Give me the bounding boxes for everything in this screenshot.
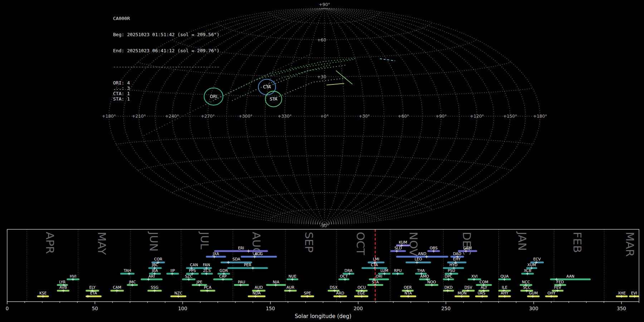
session-begin: Beg: 20251023 01:51:42 (sol = 209.56°) xyxy=(113,32,219,37)
shower-label-ETA: ETA xyxy=(90,291,97,295)
shower-label-LMI: LMI xyxy=(373,257,379,261)
shower-peak-marker xyxy=(343,278,346,281)
shower-label-DPC: DPC xyxy=(445,274,453,278)
shower-label-PAU: PAU xyxy=(238,280,245,284)
shower-label-NIA: NIA xyxy=(273,280,279,284)
month-label-jun: JUN xyxy=(147,231,160,252)
equator-longitude-label: +330° xyxy=(278,114,292,119)
shower-label-EHY: EHY xyxy=(453,257,461,261)
shower-label-OCU: OCU xyxy=(357,285,366,289)
meridian-line xyxy=(208,8,325,224)
shower-peak-marker xyxy=(306,295,309,298)
shower-peak-marker xyxy=(116,289,118,292)
equator-longitude-label: +180° xyxy=(102,114,116,119)
x-axis xyxy=(7,302,639,304)
shower-label-LUM: LUM xyxy=(380,268,388,273)
shower-label-ECV: ECV xyxy=(533,257,541,261)
equator-longitude-label: +150° xyxy=(503,114,517,119)
shower-label-KUM: KUM xyxy=(399,240,407,244)
shower-peak-marker xyxy=(227,261,230,264)
shower-label-LYR: LYR xyxy=(59,280,65,284)
shower-label-AUD: AUD xyxy=(255,285,263,289)
shower-label-AHY: AHY xyxy=(501,291,508,295)
shower-label-JPE: JPE xyxy=(196,280,202,284)
shower-peak-marker xyxy=(62,289,65,292)
month-label-sep: SEP xyxy=(303,232,316,253)
shower-peak-marker xyxy=(131,284,134,287)
shower-label-PER: PER xyxy=(244,263,251,267)
shower-label-OCT: OCT xyxy=(340,274,348,278)
shower-label-JBC: JBC xyxy=(152,263,158,267)
shower-peak-marker xyxy=(503,295,506,298)
shower-peak-marker xyxy=(198,284,201,287)
x-tick-label: 150 xyxy=(266,306,275,311)
shower-peak-marker xyxy=(556,289,559,292)
shower-label-AND: AND xyxy=(418,252,426,256)
month-label-oct: OCT xyxy=(354,232,367,255)
x-tick-label: 0 xyxy=(6,306,9,311)
shower-label-PSU: PSU xyxy=(448,268,455,273)
shower-label-NZC: NZC xyxy=(174,291,182,295)
shower-label-HYD: HYD xyxy=(449,263,457,267)
shower-label-MON: MON xyxy=(458,291,467,295)
shower-peak-marker xyxy=(87,295,89,298)
shower-label-ERI: ERI xyxy=(238,246,244,250)
shower-peak-marker xyxy=(171,272,174,275)
shower-label-PCA: PCA xyxy=(204,285,212,289)
equator-longitude-label: +180° xyxy=(533,114,547,119)
shower-label-IIP: IIP xyxy=(170,268,175,273)
shower-label-KCG: KCG xyxy=(255,252,263,256)
separator-line: -------------------------------------- xyxy=(113,64,219,69)
meteor-track xyxy=(327,83,344,85)
shower-peak-marker xyxy=(348,272,351,275)
equator-longitude-label: +120° xyxy=(470,114,484,119)
shower-peak-marker xyxy=(460,295,463,298)
shower-label-EGE: EGE xyxy=(357,291,365,295)
shower-label-SPE: SPE xyxy=(304,291,311,295)
shower-peak-marker xyxy=(247,250,250,253)
shower-label-XCB: XCB xyxy=(524,268,531,273)
shower-peak-marker xyxy=(430,284,433,287)
shower-label-AAN: AAN xyxy=(566,274,575,278)
shower-label-NDA: NDA xyxy=(253,291,261,295)
shower-label-KSE: KSE xyxy=(39,291,47,295)
x-axis-title: Solar longitude (deg) xyxy=(295,313,351,319)
shower-label-XVI: XVI xyxy=(471,274,477,278)
shower-peak-marker xyxy=(205,272,208,275)
shower-peak-marker xyxy=(252,267,254,269)
session-end: End: 20251023 06:41:12 (sol = 209.76°) xyxy=(113,48,219,53)
shower-count-list: ORI: 4...: 3CTA: 1STA: 1 xyxy=(113,80,219,102)
shower-label-DKD: DKD xyxy=(444,285,453,289)
shower-label-SCC: SCC xyxy=(523,285,531,289)
shower-label-GEM: GEM xyxy=(463,246,472,250)
month-label-apr: APR xyxy=(44,232,57,254)
shower-label-HVI: HVI xyxy=(70,274,76,278)
shower-label-XUM: XUM xyxy=(527,263,536,267)
x-tick-label: 50 xyxy=(92,306,98,311)
shower-peak-marker xyxy=(288,289,291,292)
x-tick-labels: 050100150200250300350 xyxy=(6,306,626,311)
shower-peak-marker xyxy=(333,289,336,292)
shower-label-DSV: DSV xyxy=(464,285,473,289)
count-line: ORI: 4 xyxy=(113,80,219,86)
shower-label-SDA: SDA xyxy=(233,257,241,261)
shower-peak-marker xyxy=(446,289,449,292)
equator-longitude-label: +30° xyxy=(358,114,370,119)
shower-peak-marker xyxy=(338,295,341,298)
x-tick-label: 100 xyxy=(178,306,187,311)
shower-label-RPU: RPU xyxy=(394,268,401,273)
shower-peak-marker xyxy=(467,289,469,292)
x-tick-label: 250 xyxy=(441,306,450,311)
shower-label-SLD: SLD xyxy=(394,246,402,250)
shower-label-DAD: DAD xyxy=(453,252,461,256)
shower-peak-marker xyxy=(213,255,216,258)
shower-peak-marker xyxy=(254,295,257,298)
x-tick-label: 200 xyxy=(353,306,363,311)
shower-peak-marker xyxy=(383,272,386,275)
month-labels: APRMAYJUNJULAUGSEPOCTNOVDECJANFEBMAR xyxy=(44,231,636,257)
shower-label-URS: URS xyxy=(478,291,486,295)
radiant-label-CTA: CTA xyxy=(263,84,271,89)
shower-peak-marker xyxy=(525,289,528,292)
shower-peak-marker xyxy=(42,295,44,298)
shower-label-AVB: AVB xyxy=(59,285,67,289)
